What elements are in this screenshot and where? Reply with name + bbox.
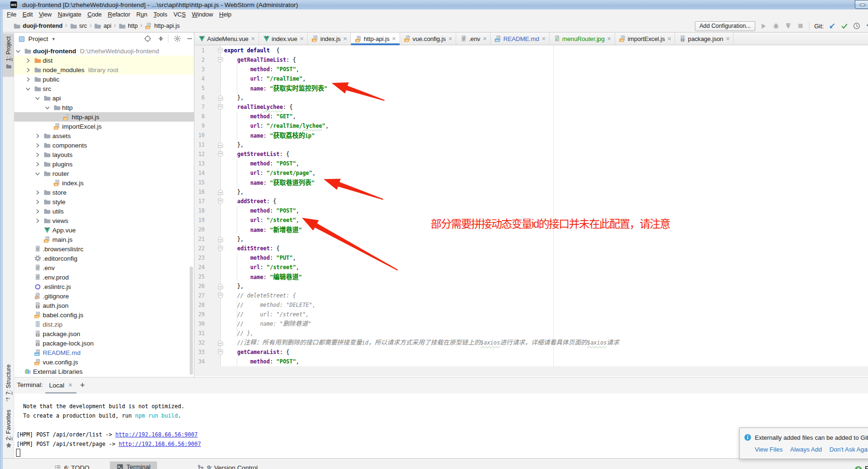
fold-marker-close[interactable]: [218, 93, 223, 102]
close-icon[interactable]: ✕: [542, 36, 546, 41]
fold-marker-close[interactable]: [218, 234, 223, 244]
toolwindow-tab-favorites[interactable]: 2: Favorites: [3, 410, 14, 448]
tree-item-babel.config.js[interactable]: JSbabel.config.js: [14, 310, 194, 320]
close-icon[interactable]: ✕: [483, 36, 487, 41]
editor-tab-vue.config.js[interactable]: JSvue.config.js✕: [400, 33, 456, 45]
tree-item-utils[interactable]: utils: [14, 206, 194, 216]
rollback-icon[interactable]: [865, 22, 868, 30]
editor-tab-AsideMenu.vue[interactable]: AsideMenu.vue✕: [194, 33, 259, 45]
close-icon[interactable]: ✕: [68, 382, 73, 388]
menu-vcs[interactable]: VCS: [170, 9, 189, 20]
close-icon[interactable]: ✕: [300, 36, 304, 41]
tree-item-layouts[interactable]: layouts: [14, 150, 194, 159]
editor-tab-README.md[interactable]: MDREADME.md✕: [491, 33, 550, 45]
menu-tools[interactable]: Tools: [150, 9, 170, 20]
minimize-button[interactable]: [855, 0, 868, 9]
chevron-right-icon[interactable]: [34, 151, 41, 158]
terminal-link[interactable]: http://192.168.66.56:9007: [115, 431, 198, 438]
menu-view[interactable]: View: [36, 9, 55, 20]
tree-item-plugins[interactable]: plugins: [14, 159, 194, 169]
menu-window[interactable]: Window: [189, 9, 216, 20]
chevron-right-icon[interactable]: [25, 76, 32, 83]
notification-link-view-files[interactable]: View Files: [755, 446, 783, 453]
menu-navigate[interactable]: Navigate: [55, 9, 84, 20]
tree-item-README.md[interactable]: MDREADME.md: [14, 348, 194, 357]
tree-item-.env.prod[interactable]: .env.prod: [14, 272, 194, 282]
chevron-right-icon[interactable]: [34, 189, 41, 196]
fold-marker-open[interactable]: [218, 291, 223, 300]
tree-item-components[interactable]: components: [14, 140, 194, 150]
tree-item-.eslintrc.js[interactable]: .eslintrc.js: [14, 282, 194, 291]
tree-item-vue.config.js[interactable]: JSvue.config.js: [14, 357, 194, 367]
close-icon[interactable]: ✕: [343, 36, 348, 41]
debug-icon[interactable]: [772, 22, 780, 30]
tree-item-App.vue[interactable]: App.vue: [14, 225, 194, 235]
menu-help[interactable]: Help: [216, 9, 234, 20]
editor-tab-importExcel.js[interactable]: JSimportExcel.js✕: [615, 33, 676, 45]
terminal-link[interactable]: http://192.168.66.56:9007: [118, 441, 201, 447]
event-log[interactable]: 2 Ev: [855, 465, 868, 469]
tree-item-api[interactable]: api: [14, 93, 194, 103]
tree-item-package.json[interactable]: {}package.json: [14, 329, 194, 338]
tree-item-store[interactable]: store: [14, 188, 194, 197]
tree-item-public[interactable]: public: [14, 74, 194, 84]
menu-run[interactable]: Run: [134, 9, 150, 20]
chevron-right-icon[interactable]: [25, 57, 32, 64]
terminal-tab-local[interactable]: Local ✕: [45, 378, 76, 394]
chevron-right-icon[interactable]: [34, 208, 41, 215]
title-bar[interactable]: WS duoji-frontend [D:\zheheWeb\duoji-fro…: [0, 0, 868, 9]
tree-item-dist[interactable]: dist: [14, 56, 194, 65]
code-editor[interactable]: 1234567891011121314151617181920212223242…: [194, 45, 868, 378]
tree-item-router[interactable]: router: [14, 169, 194, 178]
chevron-right-icon[interactable]: [34, 217, 41, 224]
chevron-down-icon[interactable]: [34, 95, 41, 102]
git-commit-icon[interactable]: [840, 22, 848, 30]
fold-marker-open[interactable]: [218, 347, 223, 357]
editor-tab-menuRouter.jpg[interactable]: menuRouter.jpg✕: [550, 33, 615, 45]
fold-marker-open[interactable]: [218, 149, 223, 159]
tree-item-style[interactable]: style: [14, 197, 194, 206]
fold-marker-close[interactable]: [218, 187, 223, 197]
tree-item-src[interactable]: src: [14, 84, 194, 93]
menu-code[interactable]: Code: [84, 9, 105, 20]
stop-icon[interactable]: [796, 22, 804, 30]
statusbar-terminal[interactable]: Terminal: [110, 461, 157, 469]
fold-marker-open[interactable]: [218, 102, 223, 112]
breadcrumb-duoji-frontend[interactable]: duoji-frontend: [13, 22, 63, 30]
fold-marker-close[interactable]: [218, 140, 223, 149]
hide-panel-icon[interactable]: [186, 35, 193, 42]
tree-item-node_modules[interactable]: node_moduleslibrary root: [14, 65, 194, 74]
fold-marker-open[interactable]: [218, 55, 223, 65]
breadcrumb-api[interactable]: api: [94, 22, 111, 30]
tree-item-views[interactable]: views: [14, 216, 194, 225]
tree-item-package-lock.json[interactable]: {}package-lock.json: [14, 338, 194, 348]
fold-marker-open[interactable]: [218, 244, 223, 253]
tree-item-dist.zip[interactable]: dist.zip: [14, 320, 194, 329]
project-view-selector[interactable]: Project ▼: [19, 35, 56, 42]
chevron-right-icon[interactable]: [34, 132, 41, 140]
editor-tab-index.js[interactable]: JSindex.js✕: [308, 33, 351, 45]
close-icon[interactable]: ✕: [667, 36, 672, 41]
git-update-icon[interactable]: [828, 22, 836, 30]
run-icon[interactable]: [760, 22, 768, 30]
editor-tab-http-api.js[interactable]: JShttp-api.js✕: [351, 33, 400, 45]
chevron-right-icon[interactable]: [34, 161, 41, 168]
fold-marker-close[interactable]: [218, 281, 223, 291]
project-scrollbar[interactable]: [190, 266, 193, 375]
chevron-down-icon[interactable]: [25, 85, 32, 92]
editor-tab-index.vue[interactable]: index.vue✕: [259, 33, 308, 45]
tree-item-duoji-frontend[interactable]: duoji-frontendD:\zheheWeb\duoji-frontend: [14, 46, 194, 56]
history-icon[interactable]: [852, 22, 860, 30]
breadcrumb-src[interactable]: src: [70, 22, 87, 30]
locate-icon[interactable]: [144, 35, 151, 42]
statusbar-todo[interactable]: 6: TODO: [54, 462, 90, 469]
menu-file[interactable]: File: [4, 9, 19, 20]
tree-item-http[interactable]: http: [14, 103, 194, 112]
chevron-down-icon[interactable]: [44, 104, 51, 111]
toolwindow-tab-structure[interactable]: 7: Structure: [3, 364, 14, 403]
add-configuration-button[interactable]: Add Configuration...: [695, 21, 755, 31]
fold-marker-open[interactable]: [218, 197, 223, 206]
tree-item-External Libraries[interactable]: External Libraries: [14, 367, 194, 376]
close-icon[interactable]: ✕: [448, 36, 453, 41]
menu-refactor[interactable]: Refactor: [105, 9, 134, 20]
